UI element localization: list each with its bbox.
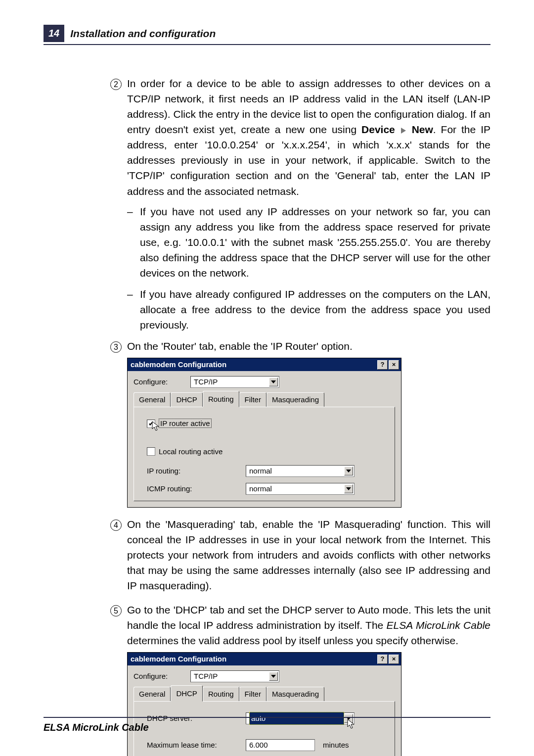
max-lease-label: Maximum lease time: bbox=[147, 740, 246, 751]
step-3-text: On the 'Router' tab, enable the 'IP Rout… bbox=[127, 338, 490, 354]
tab-routing[interactable]: Routing bbox=[203, 391, 239, 407]
page-number: 14 bbox=[44, 25, 64, 42]
tab-dhcp[interactable]: DHCP bbox=[171, 392, 203, 407]
dropdown-icon[interactable] bbox=[344, 484, 353, 493]
sublist-item: – If you have not used any IP addresses … bbox=[127, 204, 490, 281]
step-5: 5 Go to the 'DHCP' tab and set the DHCP … bbox=[110, 602, 490, 648]
help-button[interactable]: ? bbox=[377, 360, 388, 370]
content-body: 2 In order for a device to be able to as… bbox=[110, 76, 490, 756]
close-button[interactable]: × bbox=[389, 360, 399, 370]
tab-panel-routing: ✔ IP router active Local routing active … bbox=[134, 407, 395, 501]
step-2-marker: 2 bbox=[110, 76, 127, 199]
step-3: 3 On the 'Router' tab, enable the 'IP Ro… bbox=[110, 338, 490, 354]
configure-select[interactable]: TCP/IP bbox=[190, 670, 279, 682]
configure-label: Configure: bbox=[134, 671, 190, 682]
dialog-tabs: General DHCP Routing Filter Masquerading bbox=[134, 394, 395, 407]
step-5-marker: 5 bbox=[110, 602, 127, 648]
step-5-text: Go to the 'DHCP' tab and set the DHCP se… bbox=[127, 602, 490, 648]
tab-dhcp[interactable]: DHCP bbox=[171, 685, 203, 702]
tab-routing[interactable]: Routing bbox=[203, 687, 239, 701]
step-2-sublist: – If you have not used any IP addresses … bbox=[127, 204, 490, 333]
configure-label: Configure: bbox=[134, 377, 190, 387]
help-button[interactable]: ? bbox=[377, 655, 388, 664]
dialog-titlebar[interactable]: cablemodem Configuration ? × bbox=[128, 358, 401, 371]
dialog-tabs: General DHCP Routing Filter Masquerading bbox=[134, 688, 395, 701]
tab-masquerading[interactable]: Masquerading bbox=[267, 687, 324, 701]
sublist-item: – If you have already configured IP addr… bbox=[127, 286, 490, 332]
step-3-marker: 3 bbox=[110, 338, 127, 354]
step-4-marker: 4 bbox=[110, 517, 127, 593]
minutes-label: minutes bbox=[323, 740, 349, 751]
local-routing-active-label: Local routing active bbox=[159, 446, 222, 457]
section-title: Installation and configuration bbox=[70, 28, 216, 40]
page-header: 14 Installation and configuration bbox=[44, 25, 490, 45]
close-button[interactable]: × bbox=[389, 655, 399, 664]
dialog-title: cablemodem Configuration bbox=[131, 654, 376, 664]
dialog-title: cablemodem Configuration bbox=[131, 359, 376, 370]
dropdown-icon[interactable] bbox=[344, 467, 353, 475]
step-2-text: In order for a device to be able to assi… bbox=[127, 76, 490, 199]
tab-filter[interactable]: Filter bbox=[239, 392, 267, 407]
checkbox-icon[interactable] bbox=[147, 447, 155, 456]
icmp-routing-select[interactable]: normal bbox=[246, 483, 355, 495]
dropdown-icon[interactable] bbox=[269, 672, 278, 681]
config-dialog-routing: cablemodem Configuration ? × Configure: … bbox=[127, 358, 401, 507]
arrow-icon bbox=[401, 128, 406, 134]
ip-routing-label: IP routing: bbox=[147, 466, 246, 476]
dialog-titlebar[interactable]: cablemodem Configuration ? × bbox=[128, 653, 401, 665]
local-routing-active-row[interactable]: Local routing active bbox=[147, 446, 386, 457]
sublist-text: If you have already configured IP addres… bbox=[140, 286, 490, 332]
tab-masquerading[interactable]: Masquerading bbox=[267, 392, 324, 407]
tab-general[interactable]: General bbox=[134, 392, 171, 407]
cursor-icon bbox=[152, 421, 161, 432]
config-dialog-dhcp: cablemodem Configuration ? × Configure: … bbox=[127, 652, 401, 756]
ip-router-active-row[interactable]: ✔ IP router active bbox=[147, 418, 386, 429]
ip-routing-select[interactable]: normal bbox=[246, 465, 355, 477]
page-footer: ELSA MicroLink Cable bbox=[44, 717, 490, 733]
configure-select[interactable]: TCP/IP bbox=[190, 376, 279, 388]
step-4: 4 On the 'Masquerading' tab, enable the … bbox=[110, 517, 490, 593]
tab-filter[interactable]: Filter bbox=[239, 687, 267, 701]
max-lease-input[interactable]: 6.000 bbox=[246, 739, 315, 751]
icmp-routing-label: ICMP routing: bbox=[147, 483, 246, 494]
step-4-text: On the 'Masquerading' tab, enable the 'I… bbox=[127, 517, 490, 593]
ip-router-active-label: IP router active bbox=[159, 419, 212, 428]
sublist-text: If you have not used any IP addresses on… bbox=[140, 204, 490, 281]
tab-general[interactable]: General bbox=[134, 687, 171, 701]
dropdown-icon[interactable] bbox=[269, 378, 278, 386]
step-2: 2 In order for a device to be able to as… bbox=[110, 76, 490, 199]
